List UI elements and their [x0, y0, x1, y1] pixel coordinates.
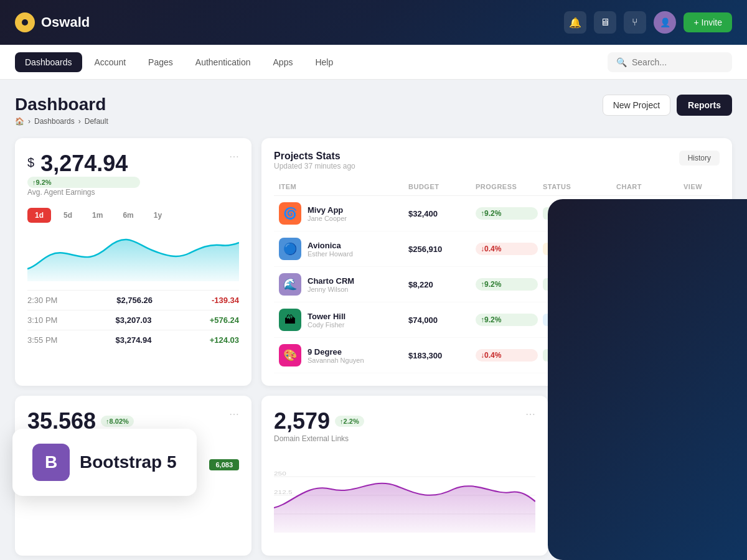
progress-charto: ↑9.2%: [476, 278, 538, 291]
breadcrumb-sep1: ›: [28, 117, 31, 126]
nav-dashboards[interactable]: Dashboards: [15, 52, 82, 72]
progress-9degree: ↓0.4%: [476, 349, 538, 362]
filter-1y[interactable]: 1y: [146, 208, 169, 223]
change-2: +576.24: [210, 315, 239, 325]
earnings-amount-area: $ 3,274.94 ↑9.2% Avg. Agent Earnings: [27, 151, 140, 205]
item-info-mivy: Mivy App Jane Cooper: [308, 205, 347, 222]
domain-chart: 250 212.5: [274, 458, 535, 533]
item-tower: 🏔 Tower Hill Cody Fisher: [279, 309, 403, 331]
item-icon-9degree: 🎨: [279, 344, 301, 366]
earnings-row-3: 3:55 PM $3,274.94 +124.03: [27, 330, 239, 350]
progress-mivy: ↑9.2%: [476, 207, 538, 220]
avatar[interactable]: 👤: [654, 11, 676, 34]
projects-header: Projects Stats Updated 37 minutes ago Hi…: [274, 151, 720, 180]
item-user-mivy: Jane Cooper: [308, 215, 347, 222]
col-chart: CHART: [616, 183, 679, 190]
item-user-tower: Cody Fisher: [308, 321, 345, 329]
nav-authentication[interactable]: Authentication: [186, 52, 261, 72]
domain-label: Domain External Links: [274, 434, 364, 443]
domain-number: 2,579 ↑2.2%: [274, 408, 364, 434]
domain-menu-icon[interactable]: ⋯: [525, 408, 535, 420]
earnings-chart: [27, 231, 239, 281]
filter-5d[interactable]: 5d: [56, 208, 80, 223]
earnings-row-2: 3:10 PM $3,207.03 +576.24: [27, 310, 239, 330]
item-user-avionica: Esther Howard: [308, 250, 353, 258]
share-icon[interactable]: ⑂: [624, 11, 646, 34]
notifications-icon[interactable]: 🔔: [564, 11, 586, 34]
item-icon-avionica: 🔵: [279, 238, 301, 260]
earnings-menu-icon[interactable]: ⋯: [229, 151, 239, 162]
organic-menu-icon[interactable]: ⋯: [229, 408, 239, 420]
domain-card: 2,579 ↑2.2% Domain External Links ⋯: [261, 396, 548, 556]
breadcrumb-home-icon: 🏠: [15, 117, 24, 126]
item-icon-mivy: 🌀: [279, 202, 301, 225]
item-avionica: 🔵 Avionica Esther Howard: [279, 238, 403, 260]
domain-number-area: 2,579 ↑2.2% Domain External Links: [274, 408, 364, 452]
page-header: Dashboard 🏠 › Dashboards › Default New P…: [15, 95, 732, 126]
top-actions: 🔔 🖥 ⑂ 👤 + Invite: [564, 11, 732, 34]
item-info-avionica: Avionica Esther Howard: [308, 241, 353, 258]
amount-2: $3,207.03: [116, 315, 152, 325]
dollar-sign: $: [27, 156, 34, 170]
col-progress: PROGRESS: [476, 183, 538, 190]
time-filters: 1d 5d 1m 6m 1y: [27, 208, 239, 223]
projects-subtitle: Updated 37 minutes ago: [274, 162, 355, 170]
earnings-label: Avg. Agent Earnings: [27, 188, 140, 197]
item-info-charto: Charto CRM Jenny Wilson: [308, 276, 354, 293]
earnings-card: $ 3,274.94 ↑9.2% Avg. Agent Earnings ⋯ 1…: [15, 138, 251, 386]
col-view: VIEW: [684, 183, 715, 190]
logo-area: Oswald: [15, 12, 90, 32]
app-name: Oswald: [41, 14, 90, 30]
budget-9degree: $183,300: [408, 351, 471, 360]
breadcrumb-dashboards[interactable]: Dashboards: [34, 117, 75, 126]
change-1: -139.34: [212, 296, 239, 305]
header-buttons: New Project Reports: [603, 95, 732, 116]
nav-help[interactable]: Help: [305, 52, 343, 72]
canada-value: 6,083: [209, 459, 239, 470]
filter-6m[interactable]: 6m: [115, 208, 141, 223]
nav-account[interactable]: Account: [85, 52, 136, 72]
nav-links: Dashboards Account Pages Authentication …: [15, 52, 343, 72]
nav-pages[interactable]: Pages: [138, 52, 183, 72]
earnings-value: 3,274.94: [40, 151, 128, 176]
item-info-9degree: 9 Degree Savannah Nguyen: [308, 347, 364, 364]
item-charto: 🌊 Charto CRM Jenny Wilson: [279, 273, 403, 296]
time-1: 2:30 PM: [27, 296, 57, 305]
budget-charto: $8,220: [408, 280, 471, 289]
bootstrap-icon: B: [32, 444, 70, 481]
item-icon-charto: 🌊: [279, 273, 301, 296]
time-3: 3:55 PM: [27, 335, 57, 345]
search-bar: 🔍: [608, 52, 732, 72]
filter-1m[interactable]: 1m: [85, 208, 110, 223]
dark-overlay: [548, 199, 747, 560]
reports-button[interactable]: Reports: [677, 95, 732, 116]
page-title-area: Dashboard 🏠 › Dashboards › Default: [15, 95, 108, 126]
col-item: ITEM: [279, 183, 403, 190]
progress-tower: ↑9.2%: [476, 314, 538, 326]
amount-3: $3,274.94: [116, 335, 152, 345]
new-project-button[interactable]: New Project: [603, 95, 670, 116]
item-name-charto: Charto CRM: [308, 276, 354, 286]
invite-button[interactable]: + Invite: [684, 12, 732, 32]
item-name-9degree: 9 Degree: [308, 347, 364, 357]
bootstrap-overlay: B Bootstrap 5: [12, 429, 197, 496]
earnings-header: $ 3,274.94 ↑9.2% Avg. Agent Earnings ⋯: [27, 151, 239, 205]
logo-icon: [15, 12, 35, 32]
col-budget: BUDGET: [408, 183, 471, 190]
progress-avionica: ↓0.4%: [476, 243, 538, 255]
filter-1d[interactable]: 1d: [27, 208, 51, 223]
item-mivy: 🌀 Mivy App Jane Cooper: [279, 202, 403, 225]
breadcrumb-default: Default: [85, 117, 108, 126]
item-name-mivy: Mivy App: [308, 205, 347, 215]
history-button[interactable]: History: [679, 151, 720, 166]
page-title: Dashboard: [15, 95, 108, 114]
organic-badge: ↑8.02%: [101, 416, 134, 427]
budget-avionica: $256,910: [408, 245, 471, 254]
svg-text:212.5: 212.5: [274, 488, 293, 495]
nav-apps[interactable]: Apps: [263, 52, 303, 72]
topbar: Oswald 🔔 🖥 ⑂ 👤 + Invite: [0, 0, 747, 45]
time-2: 3:10 PM: [27, 315, 57, 325]
projects-title-area: Projects Stats Updated 37 minutes ago: [274, 151, 355, 180]
monitor-icon[interactable]: 🖥: [594, 11, 616, 34]
search-input[interactable]: [632, 57, 719, 67]
